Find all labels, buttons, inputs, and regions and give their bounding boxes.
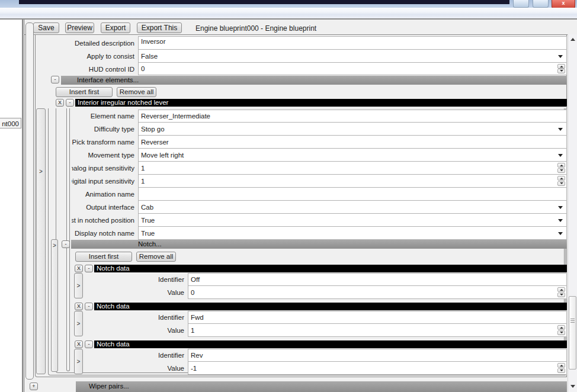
field-combo[interactable]: Stop go <box>138 123 567 136</box>
notch-data-header[interactable]: Notch data <box>94 303 567 311</box>
close-button[interactable]: x <box>552 0 575 8</box>
field-label: Identifier <box>84 349 184 362</box>
scrollbar-thumb[interactable] <box>569 296 576 369</box>
spinner-buttons[interactable] <box>557 287 565 297</box>
spin-down-icon[interactable] <box>557 293 565 297</box>
field-input[interactable]: Reverser_Intermediate <box>138 110 567 123</box>
preview-button[interactable]: Preview <box>65 23 94 33</box>
notch-collapse-button[interactable]: - <box>85 265 93 272</box>
field-input[interactable]: Reverser <box>138 136 567 149</box>
spin-down-icon[interactable] <box>557 168 565 173</box>
spin-up-icon[interactable] <box>557 64 565 69</box>
field-label: Detailed description <box>24 36 134 50</box>
field-combo[interactable]: True <box>138 227 567 240</box>
element-header[interactable]: Interior irregular notched lever <box>75 99 567 107</box>
chevron-down-icon[interactable] <box>558 154 563 157</box>
minimize-button[interactable] <box>513 0 529 8</box>
field-combo[interactable]: False <box>138 50 567 63</box>
spin-down-icon[interactable] <box>557 330 565 335</box>
wiper-pairs-header[interactable]: Wiper pairs... <box>76 381 567 392</box>
notch-delete-button[interactable]: X <box>75 265 83 272</box>
notch-collapse-button[interactable]: - <box>85 303 93 310</box>
scroll-down-icon[interactable] <box>570 385 575 388</box>
insert-first-button[interactable]: Insert first <box>56 87 113 97</box>
spin-up-icon[interactable] <box>557 325 565 330</box>
notch-collapse-button[interactable]: - <box>85 340 93 348</box>
scroll-up-icon[interactable] <box>570 38 575 41</box>
field-input[interactable]: Off <box>188 273 567 286</box>
chevron-down-icon[interactable] <box>558 55 563 58</box>
field-input[interactable]: Rev <box>188 349 567 362</box>
field-label: HUD control ID <box>24 63 134 75</box>
notch-remove-all-button[interactable]: Remove all <box>136 252 176 262</box>
chevron-down-icon[interactable] <box>558 128 563 131</box>
field-input[interactable] <box>138 188 567 201</box>
spin-up-icon[interactable] <box>557 163 565 168</box>
field-spinner[interactable]: 1 <box>138 162 567 175</box>
vertical-scrollbar[interactable] <box>568 34 577 392</box>
tree-node-blueprint000[interactable]: nt000 <box>0 118 21 128</box>
close-icon: x <box>562 0 565 6</box>
spinner-buttons[interactable] <box>557 64 565 73</box>
spin-up-icon[interactable] <box>557 176 565 181</box>
field-label: Element name <box>72 110 134 123</box>
panel-divider[interactable] <box>22 20 23 392</box>
interface-elements-header[interactable]: Interface elements... <box>61 76 567 85</box>
blueprint-title: Engine blueprint000 - Engine blueprint <box>195 24 316 33</box>
notch-delete-button[interactable]: X <box>75 303 83 310</box>
notch-header[interactable]: Notch... <box>71 240 567 249</box>
spin-up-icon[interactable] <box>557 363 565 368</box>
element-collapse-button[interactable]: - <box>66 99 74 107</box>
notch-group-expander-button[interactable]: > <box>51 239 58 372</box>
export-button[interactable]: Export <box>101 23 130 33</box>
notch-data-header[interactable]: Notch data <box>94 265 567 273</box>
notch-expander-button[interactable]: > <box>74 273 83 298</box>
field-input[interactable]: Inversor <box>138 36 567 50</box>
notch-collapse-button[interactable]: - <box>62 240 70 248</box>
tree-panel <box>0 20 22 392</box>
chevron-down-icon[interactable] <box>558 219 563 222</box>
maximize-button[interactable] <box>533 0 549 8</box>
chevron-right-icon: > <box>75 358 82 365</box>
field-spinner[interactable]: 1 <box>188 324 567 337</box>
field-spinner[interactable]: -1 <box>188 362 567 375</box>
spinner-buttons[interactable] <box>557 176 565 186</box>
field-combo[interactable]: Cab <box>138 201 567 214</box>
element-delete-button[interactable]: X <box>56 99 64 107</box>
remove-all-button[interactable]: Remove all <box>117 87 156 97</box>
field-input[interactable]: Fwd <box>188 311 567 324</box>
spin-up-icon[interactable] <box>557 287 565 292</box>
chevron-down-icon[interactable] <box>558 206 563 209</box>
export-this-button[interactable]: Export This <box>137 23 182 33</box>
spin-down-icon[interactable] <box>557 69 565 73</box>
field-label: Value <box>84 324 184 337</box>
save-button[interactable]: Save <box>33 23 59 33</box>
chevron-down-icon[interactable] <box>558 232 563 235</box>
window-top-border <box>0 18 577 20</box>
notch-expander-button[interactable]: > <box>74 349 83 374</box>
field-label: Apply to consist <box>24 50 134 63</box>
spin-down-icon[interactable] <box>557 368 565 373</box>
element-expander-button[interactable]: > <box>36 108 46 374</box>
app-window: x nt000 Save Preview Export Export This … <box>0 0 577 392</box>
spinner-buttons[interactable] <box>557 325 565 335</box>
chevron-right-icon: > <box>75 320 82 327</box>
spin-down-icon[interactable] <box>557 181 565 186</box>
field-spinner[interactable]: 0 <box>188 286 567 299</box>
notch-insert-first-button[interactable]: Insert first <box>75 252 132 262</box>
wiper-pairs-expand-button[interactable]: + <box>30 383 38 390</box>
notch-expander-button[interactable]: > <box>74 311 83 336</box>
spinner-buttons[interactable] <box>557 163 565 173</box>
field-spinner[interactable]: 1 <box>138 175 567 188</box>
interface-elements-collapse-button[interactable]: - <box>51 76 59 83</box>
field-combo[interactable]: True <box>138 214 567 227</box>
spinner-buttons[interactable] <box>557 363 565 373</box>
notch-delete-button[interactable]: X <box>75 340 83 348</box>
menu-band <box>0 8 577 18</box>
notch-data-header[interactable]: Notch data <box>94 340 567 349</box>
field-combo[interactable]: Move left right <box>138 149 567 162</box>
chevron-right-icon: > <box>37 168 45 175</box>
field-label: nalog input sensitivity <box>72 162 134 175</box>
field-spinner[interactable]: 0 <box>138 63 567 75</box>
group-track-inner <box>66 108 70 371</box>
